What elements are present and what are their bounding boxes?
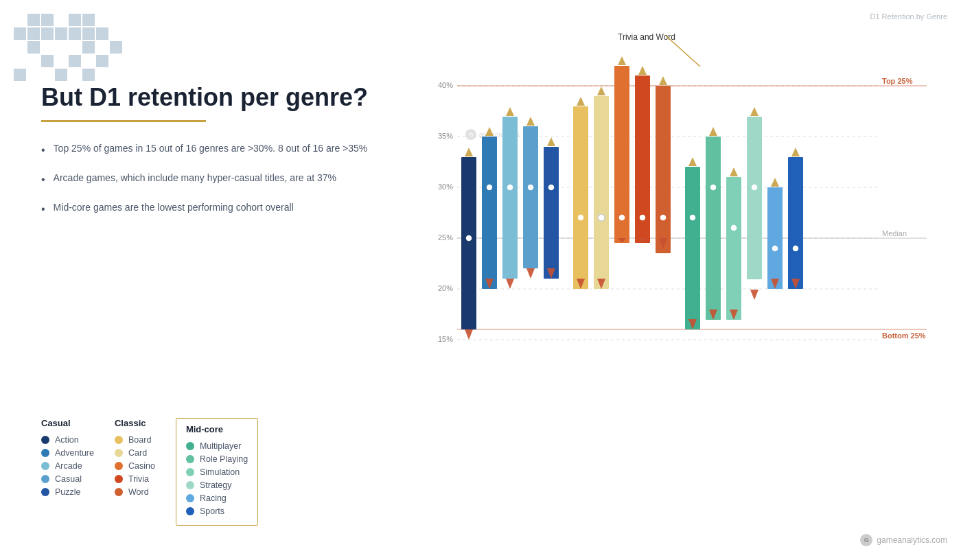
- legend-item-racing: Racing: [186, 493, 248, 503]
- svg-marker-72: [750, 107, 759, 116]
- legend-item-casual: Casual: [41, 474, 94, 484]
- legend-item-roleplaying: Role Playing: [186, 454, 248, 464]
- svg-marker-34: [526, 268, 535, 279]
- svg-text:15%: 15%: [438, 335, 453, 343]
- legend-label-casino: Casino: [128, 461, 155, 471]
- svg-rect-39: [573, 106, 588, 289]
- legend-label-puzzle: Puzzle: [55, 487, 81, 497]
- legend-label-card: Card: [128, 448, 147, 458]
- svg-rect-27: [502, 117, 518, 279]
- svg-point-37: [548, 184, 555, 191]
- legend-label-multiplayer: Multiplayer: [200, 441, 241, 451]
- svg-point-61: [689, 214, 696, 221]
- legend-item-arcade: Arcade: [41, 461, 94, 471]
- trivia-color-dot: [115, 475, 123, 483]
- svg-text:Bottom 25%: Bottom 25%: [882, 331, 926, 340]
- svg-point-57: [660, 214, 667, 221]
- svg-rect-31: [523, 126, 538, 268]
- svg-point-69: [730, 224, 737, 231]
- svg-point-49: [618, 214, 625, 221]
- action-color-dot: [41, 436, 49, 444]
- footer-watermark: G gameanalytics.com: [860, 534, 947, 546]
- svg-rect-67: [726, 177, 741, 320]
- legend-section: Casual Action Adventure Arcade Casual: [41, 404, 391, 533]
- legend-item-board: Board: [115, 435, 155, 445]
- chart-svg: 40% 35% 30% 25% 20% 15% Top 25% Median B…: [432, 34, 927, 515]
- main-title: But D1 retention per genre?: [41, 82, 391, 112]
- svg-rect-71: [747, 117, 762, 279]
- roleplaying-color-dot: [186, 455, 194, 463]
- svg-point-53: [639, 214, 646, 221]
- svg-marker-20: [465, 148, 473, 156]
- slide: But D1 retention per genre? Top 25% of g…: [0, 0, 961, 560]
- svg-text:Median: Median: [882, 229, 907, 237]
- svg-rect-43: [594, 96, 609, 289]
- slide-label: D1 Retention by Genre: [870, 12, 947, 21]
- bullet-item-3: Mid-core games are the lowest performing…: [41, 200, 391, 218]
- svg-text:25%: 25%: [438, 233, 453, 242]
- svg-marker-48: [618, 56, 626, 65]
- right-panel: D1 Retention by Genre G gameAnalytics Tr…: [426, 0, 961, 560]
- bullet-list: Top 25% of games in 15 out of 16 genres …: [41, 141, 391, 230]
- bullet-item-2: Arcade games, which include many hyper-c…: [41, 171, 391, 188]
- title-underline: [41, 120, 206, 122]
- legend-item-simulation: Simulation: [186, 467, 248, 477]
- legend-casual: Casual Action Adventure Arcade Casual: [41, 418, 94, 526]
- legend-label-board: Board: [128, 435, 151, 445]
- legend-item-casino: Casino: [115, 461, 155, 471]
- svg-point-73: [751, 184, 758, 191]
- svg-point-25: [486, 184, 493, 191]
- svg-marker-56: [659, 76, 667, 85]
- legend-label-racing: Racing: [200, 493, 227, 503]
- svg-text:40%: 40%: [438, 81, 453, 89]
- legend-item-adventure: Adventure: [41, 448, 94, 458]
- puzzle-color-dot: [41, 488, 49, 496]
- legend-label-strategy: Strategy: [200, 480, 232, 490]
- legend-item-trivia: Trivia: [115, 474, 155, 484]
- legend-label-action: Action: [55, 435, 79, 445]
- legend-classic-title: Classic: [115, 418, 155, 428]
- svg-marker-32: [526, 117, 535, 126]
- svg-point-33: [527, 184, 534, 191]
- svg-marker-68: [730, 167, 738, 176]
- card-color-dot: [115, 449, 123, 457]
- legend-label-simulation: Simulation: [200, 467, 240, 477]
- legend-label-word: Word: [128, 487, 149, 497]
- legend-item-puzzle: Puzzle: [41, 487, 94, 497]
- svg-marker-24: [485, 127, 494, 136]
- svg-marker-80: [791, 148, 800, 156]
- svg-marker-22: [465, 329, 473, 340]
- svg-point-21: [465, 235, 472, 242]
- bullet-item-1: Top 25% of games in 15 out of 16 genres …: [41, 141, 391, 159]
- legend-label-arcade: Arcade: [55, 461, 82, 471]
- svg-text:20%: 20%: [438, 284, 453, 292]
- left-panel: But D1 retention per genre? Top 25% of g…: [0, 0, 426, 560]
- svg-point-65: [710, 184, 717, 191]
- legend-midcore-title: Mid-core: [186, 424, 248, 434]
- ga-footer-logo: G: [860, 534, 872, 546]
- svg-text:30%: 30%: [438, 183, 453, 191]
- strategy-color-dot: [186, 481, 194, 489]
- svg-marker-60: [688, 157, 697, 166]
- legend-label-sports: Sports: [200, 506, 224, 516]
- sports-color-dot: [186, 507, 194, 515]
- svg-marker-40: [577, 97, 585, 106]
- legend-classic: Classic Board Card Casino Trivia: [115, 418, 155, 526]
- svg-text:Top 25%: Top 25%: [882, 77, 913, 85]
- legend-label-trivia: Trivia: [128, 474, 149, 484]
- legend-label-roleplaying: Role Playing: [200, 454, 248, 464]
- board-color-dot: [115, 436, 123, 444]
- svg-rect-19: [461, 157, 476, 329]
- svg-marker-52: [638, 66, 647, 75]
- legend-item-sports: Sports: [186, 506, 248, 516]
- svg-point-77: [772, 245, 778, 252]
- casual-color-dot: [41, 475, 49, 483]
- legend-item-action: Action: [41, 435, 94, 445]
- legend-midcore: Mid-core Multiplayer Role Playing Simula…: [176, 418, 258, 526]
- word-color-dot: [115, 488, 123, 496]
- legend-item-card: Card: [115, 448, 155, 458]
- svg-marker-44: [597, 86, 605, 95]
- racing-color-dot: [186, 494, 194, 502]
- svg-rect-63: [706, 137, 721, 320]
- svg-marker-76: [771, 178, 779, 187]
